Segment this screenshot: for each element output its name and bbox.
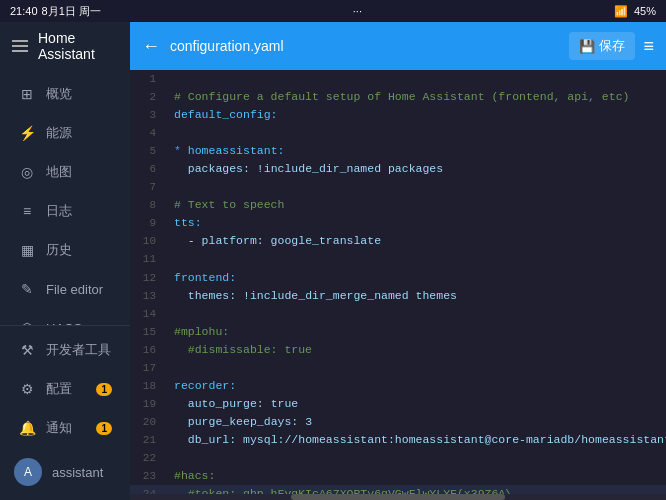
time: 21:40 bbox=[10, 5, 38, 17]
overview-icon: ⊞ bbox=[18, 85, 36, 103]
menu-icon: ≡ bbox=[643, 36, 654, 57]
scroll-thumb bbox=[291, 494, 505, 500]
hamburger-button[interactable] bbox=[12, 40, 28, 52]
scroll-track[interactable] bbox=[130, 494, 666, 500]
sidebar-nav: ⊞ 概览 ⚡ 能源 ◎ 地图 ≡ 日志 ▦ 历史 ✎ File editor bbox=[0, 70, 130, 325]
sidebar-item-file-editor[interactable]: ✎ File editor bbox=[4, 270, 126, 308]
back-icon: ← bbox=[142, 36, 160, 57]
sidebar-user[interactable]: A assistant bbox=[0, 448, 130, 496]
save-icon: 💾 bbox=[579, 39, 595, 54]
notifications-icon: 🔔 bbox=[18, 419, 36, 437]
notifications-label: 通知 bbox=[46, 419, 72, 437]
line-20: 20 purge_keep_days: 3 bbox=[130, 413, 666, 431]
username: assistant bbox=[52, 465, 103, 480]
line-8: 8 # Text to speech bbox=[130, 196, 666, 214]
line-15: 15 #mplohu: bbox=[130, 323, 666, 341]
settings-label: 配置 bbox=[46, 380, 72, 398]
map-icon: ◎ bbox=[18, 163, 36, 181]
sidebar: Home Assistant ⊞ 概览 ⚡ 能源 ◎ 地图 ≡ 日志 ▦ 历史 bbox=[0, 22, 130, 500]
line-2: 2 # Configure a default setup of Home As… bbox=[130, 88, 666, 106]
code-editor[interactable]: 1 2 # Configure a default setup of Home … bbox=[130, 70, 666, 494]
status-bar-center: ··· bbox=[353, 5, 362, 17]
line-10: 10 - platform: google_translate bbox=[130, 232, 666, 250]
wifi-icon: 📶 bbox=[614, 5, 628, 18]
history-label: 历史 bbox=[46, 241, 72, 259]
dev-tools-icon: ⚒ bbox=[18, 341, 36, 359]
line-3: 3 default_config: bbox=[130, 106, 666, 124]
line-19: 19 auto_purge: true bbox=[130, 395, 666, 413]
sidebar-item-energy[interactable]: ⚡ 能源 bbox=[4, 114, 126, 152]
line-4: 4 bbox=[130, 124, 666, 142]
top-bar: ← configuration.yaml 💾 保存 ≡ bbox=[130, 22, 666, 70]
sidebar-item-logbook[interactable]: ≡ 日志 bbox=[4, 192, 126, 230]
line-9: 9 tts: bbox=[130, 214, 666, 232]
dev-tools-label: 开发者工具 bbox=[46, 341, 111, 359]
line-5: 5 * homeassistant: bbox=[130, 142, 666, 160]
status-bar-left: 21:40 8月1日 周一 bbox=[10, 4, 101, 19]
line-14: 14 bbox=[130, 305, 666, 323]
save-label: 保存 bbox=[599, 37, 625, 55]
map-label: 地图 bbox=[46, 163, 72, 181]
line-13: 13 themes: !include_dir_merge_named them… bbox=[130, 287, 666, 305]
line-6: 6 packages: !include_dir_named packages bbox=[130, 160, 666, 178]
line-7: 7 bbox=[130, 178, 666, 196]
history-icon: ▦ bbox=[18, 241, 36, 259]
line-12: 12 frontend: bbox=[130, 269, 666, 287]
line-1: 1 bbox=[130, 70, 666, 88]
back-button[interactable]: ← bbox=[142, 36, 160, 57]
battery-level: 45% bbox=[634, 5, 656, 17]
logbook-icon: ≡ bbox=[18, 202, 36, 220]
settings-icon: ⚙ bbox=[18, 380, 36, 398]
line-16: 16 #dismissable: true bbox=[130, 341, 666, 359]
overview-label: 概览 bbox=[46, 85, 72, 103]
sidebar-item-notifications[interactable]: 🔔 通知 1 bbox=[4, 409, 126, 447]
menu-button[interactable]: ≡ bbox=[643, 36, 654, 57]
file-title: configuration.yaml bbox=[170, 38, 559, 54]
line-22: 22 bbox=[130, 449, 666, 467]
file-editor-icon: ✎ bbox=[18, 280, 36, 298]
sidebar-item-settings[interactable]: ⚙ 配置 1 bbox=[4, 370, 126, 408]
energy-icon: ⚡ bbox=[18, 124, 36, 142]
sidebar-item-overview[interactable]: ⊞ 概览 bbox=[4, 75, 126, 113]
file-editor-label: File editor bbox=[46, 282, 103, 297]
notifications-badge: 1 bbox=[96, 422, 112, 435]
content-area: ← configuration.yaml 💾 保存 ≡ 1 bbox=[130, 22, 666, 500]
save-button[interactable]: 💾 保存 bbox=[569, 32, 635, 60]
line-18: 18 recorder: bbox=[130, 377, 666, 395]
settings-badge: 1 bbox=[96, 383, 112, 396]
energy-label: 能源 bbox=[46, 124, 72, 142]
toolbar-actions: 💾 保存 ≡ bbox=[569, 32, 654, 60]
sidebar-item-hacs[interactable]: ⬡ HACS bbox=[4, 309, 126, 325]
avatar: A bbox=[14, 458, 42, 486]
line-23: 23 #hacs: bbox=[130, 467, 666, 485]
sidebar-item-dev-tools[interactable]: ⚒ 开发者工具 bbox=[4, 331, 126, 369]
logbook-label: 日志 bbox=[46, 202, 72, 220]
line-17: 17 bbox=[130, 359, 666, 377]
signal-dots: ··· bbox=[353, 5, 362, 17]
sidebar-header: Home Assistant bbox=[0, 22, 130, 70]
line-24: 24 #token: ghp_hFvqKIcA67XQPTy6qVGwFlwYL… bbox=[130, 485, 666, 494]
sidebar-bottom: ⚒ 开发者工具 ⚙ 配置 1 🔔 通知 1 A assistant bbox=[0, 325, 130, 500]
status-bar-right: 📶 45% bbox=[614, 5, 656, 18]
line-21: 21 db_url: mysql://homeassistant:homeass… bbox=[130, 431, 666, 449]
status-bar: 21:40 8月1日 周一 ··· 📶 45% bbox=[0, 0, 666, 22]
date: 8月1日 周一 bbox=[42, 4, 101, 19]
sidebar-title: Home Assistant bbox=[38, 30, 118, 62]
line-11: 11 bbox=[130, 250, 666, 268]
code-lines: 1 2 # Configure a default setup of Home … bbox=[130, 70, 666, 494]
sidebar-item-map[interactable]: ◎ 地图 bbox=[4, 153, 126, 191]
sidebar-item-history[interactable]: ▦ 历史 bbox=[4, 231, 126, 269]
